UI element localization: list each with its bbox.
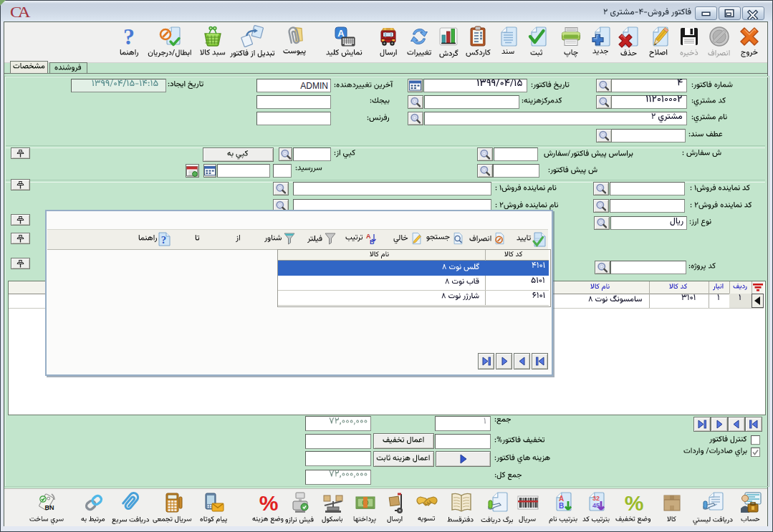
svg-text:32: 32 bbox=[592, 495, 600, 502]
svg-text:?: ? bbox=[161, 234, 167, 246]
svg-text:%: % bbox=[259, 491, 279, 514]
svg-text:?: ? bbox=[123, 25, 135, 48]
svg-text:B: B bbox=[559, 502, 564, 510]
svg-text:BN: BN bbox=[45, 504, 54, 511]
svg-text:%: % bbox=[625, 491, 644, 514]
